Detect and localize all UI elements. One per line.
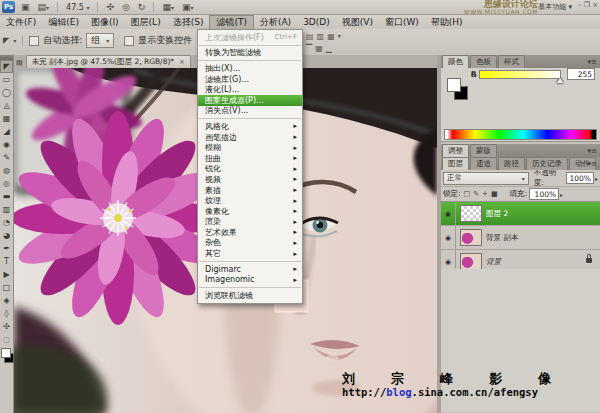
filter-menu-item[interactable]: 素描 ▸ — [198, 185, 302, 196]
rotate-view-icon[interactable]: ↻ — [136, 2, 148, 12]
slider-thumb-icon[interactable] — [557, 78, 563, 83]
screen-mode-icon[interactable]: ▣▾ — [180, 2, 196, 13]
auto-select-dropdown[interactable]: 组▾ — [86, 33, 114, 48]
filter-menu-item[interactable]: 扭曲 ▸ — [198, 153, 302, 164]
menu-item[interactable]: 文件(F) — [0, 15, 42, 29]
tool-button[interactable]: ▦ — [0, 112, 13, 125]
filter-menu-item[interactable]: 杂色 ▸ — [198, 238, 302, 249]
auto-select-checkbox[interactable] — [29, 36, 39, 46]
panel-tab[interactable]: 历史记录 — [526, 157, 568, 170]
tool-button[interactable]: T — [0, 255, 13, 268]
view-extras-icon[interactable]: ▤▾ — [36, 2, 52, 13]
tool-preset-caret[interactable]: ▾ — [13, 37, 16, 44]
tool-button[interactable]: ▥ — [0, 203, 13, 216]
panel-tab[interactable]: 路径 — [498, 157, 525, 170]
panel-tab[interactable]: 调整 — [442, 144, 469, 157]
filter-menu-item[interactable]: 浏览联机滤镜 — [198, 290, 302, 301]
layer-name[interactable]: 背景 — [486, 257, 501, 267]
panel-menu-icon[interactable]: ▾≡ — [588, 147, 597, 155]
filter-menu-item[interactable]: Imagenomic ▸ — [198, 274, 302, 285]
panel-foreground-swatch[interactable] — [447, 78, 461, 92]
filter-menu-item[interactable] — [199, 261, 301, 262]
tool-button[interactable]: ◉ — [0, 138, 13, 151]
panel-tab[interactable]: 蒙版 — [470, 144, 497, 157]
filter-menu-item[interactable]: Digimarc ▸ — [198, 264, 302, 275]
tool-button[interactable]: ◬ — [0, 99, 13, 112]
tool-button[interactable]: ▶ — [0, 268, 13, 281]
panel-tab[interactable]: 图层 — [442, 157, 469, 170]
filter-menu-item[interactable]: 像素化 ▸ — [198, 206, 302, 217]
filter-menu-item[interactable]: 转换为智能滤镜 — [198, 48, 302, 59]
panel-menu-icon[interactable]: ▾≡ — [588, 58, 597, 66]
menu-item[interactable]: 帮助(H) — [425, 15, 469, 29]
tool-button[interactable]: ◢ — [0, 125, 13, 138]
tool-button[interactable]: ◌ — [0, 333, 13, 346]
arrange-documents-icon[interactable]: ▦▾ — [160, 2, 176, 13]
filter-menu-item[interactable]: 锐化 ▸ — [198, 164, 302, 175]
menu-item[interactable]: 滤镜(T) — [209, 15, 254, 29]
menu-item[interactable]: 图像(I) — [85, 15, 125, 29]
lock-buttons[interactable]: □✎+■ — [464, 190, 498, 198]
layer-thumbnail[interactable] — [460, 205, 482, 222]
menu-item[interactable]: 3D(D) — [297, 15, 336, 29]
filter-menu-item[interactable]: 图案生成器(P)... — [198, 95, 302, 106]
panel-tab[interactable]: 通道 — [470, 157, 497, 170]
panel-tab[interactable]: 颜色 — [442, 55, 469, 68]
filter-menu-item[interactable]: 模糊 ▸ — [198, 142, 302, 153]
tool-button[interactable]: ✣ — [0, 320, 13, 333]
visibility-eye-icon[interactable]: ◉ — [441, 202, 456, 225]
tool-button[interactable]: ◤ — [0, 60, 13, 73]
menu-item[interactable]: 图层(L) — [125, 15, 167, 29]
tab-list-icon[interactable]: ▤ — [14, 59, 26, 68]
filter-menu-item[interactable] — [199, 45, 301, 46]
bridge-icon[interactable]: ▣ — [19, 2, 32, 12]
tool-button[interactable]: ▬ — [0, 190, 13, 203]
tool-button[interactable]: ◊ — [0, 307, 13, 320]
filter-menu-item[interactable]: 上次滤镜操作(F) Ctrl+F — [198, 32, 302, 43]
tool-button[interactable]: ▭ — [0, 73, 13, 86]
filter-menu-item[interactable]: 纹理 ▸ — [198, 195, 302, 206]
zoom-tool-icon[interactable]: ◎ — [120, 2, 132, 12]
menu-item[interactable]: 视图(V) — [336, 15, 379, 29]
opacity-value-field[interactable]: 100% — [566, 172, 594, 184]
layer-name[interactable]: 背景 副本 — [486, 233, 518, 243]
menu-item[interactable]: 窗口(W) — [379, 15, 425, 29]
fill-value-field[interactable]: 100% — [529, 188, 559, 200]
filter-menu-item[interactable]: 风格化 ▸ — [198, 121, 302, 132]
foreground-color-swatch[interactable] — [1, 348, 11, 358]
panel-tab[interactable]: 色板 — [470, 55, 497, 68]
zoom-level-control[interactable]: 47.5 ▾ — [64, 3, 91, 12]
opacity-spinner-icon[interactable]: ▸ — [595, 175, 598, 182]
tool-button[interactable]: ◕ — [0, 229, 13, 242]
tool-button[interactable]: ◈ — [0, 294, 13, 307]
color-slider-track[interactable] — [479, 70, 561, 79]
menu-item[interactable]: 编辑(E) — [42, 15, 85, 29]
filter-menu-item[interactable]: 画笔描边 ▸ — [198, 132, 302, 143]
tool-button[interactable]: ◎ — [0, 177, 13, 190]
panel-tab[interactable]: 样式 — [498, 55, 525, 68]
close-tab-icon[interactable]: × — [179, 58, 185, 66]
document-tab[interactable]: 未完 副本.jpg @ 47.5%(图层 2, RGB/8)* × — [26, 55, 191, 68]
workspace-switcher[interactable]: 基本功能 ▾ — [538, 2, 572, 12]
tool-button[interactable]: ✎ — [0, 151, 13, 164]
layer-name[interactable]: 图层 2 — [486, 209, 508, 219]
filter-menu-item[interactable]: 渲染 ▸ — [198, 217, 302, 228]
layer-thumbnail[interactable] — [460, 229, 482, 246]
filter-menu-item[interactable] — [199, 118, 301, 119]
distribute-buttons[interactable]: ▔▦▁ — [306, 44, 332, 53]
layer-thumbnail[interactable] — [460, 253, 482, 270]
tool-button[interactable]: ◍ — [0, 164, 13, 177]
filter-menu-item[interactable]: 滤镜库(G)... — [198, 74, 302, 85]
color-spectrum-ramp[interactable] — [444, 129, 597, 140]
filter-menu-item[interactable] — [199, 287, 301, 288]
visibility-eye-icon[interactable]: ◉ — [441, 226, 456, 249]
filter-menu-item[interactable] — [199, 60, 301, 61]
filter-menu-item[interactable]: 消失点(V)... — [198, 106, 302, 117]
show-transform-checkbox[interactable] — [124, 36, 134, 46]
filter-menu-item[interactable]: 抽出(X)... — [198, 63, 302, 74]
hand-tool-icon[interactable]: ✣ — [104, 2, 116, 12]
channel-value-field[interactable]: 255 — [567, 68, 595, 80]
menu-item[interactable]: 分析(A) — [254, 15, 297, 29]
tool-button[interactable]: ◔ — [0, 216, 13, 229]
filter-menu-item[interactable]: 视频 ▸ — [198, 174, 302, 185]
